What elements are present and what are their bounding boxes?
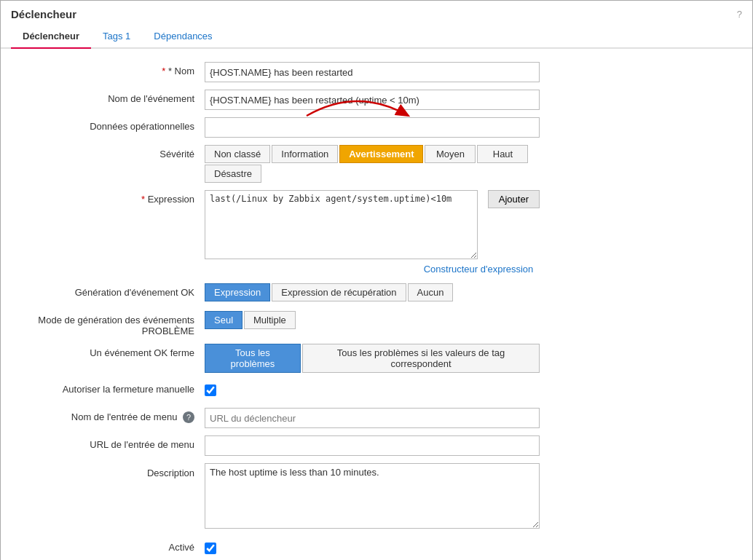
label-description: Description [1,463,205,478]
help-icon[interactable]: ? [737,9,742,20]
titlebar: Déclencheur ? [1,1,752,25]
sev-desastre[interactable]: Désastre [205,165,261,183]
row-nom: * * Nom [1,62,752,82]
label-nom: * * Nom [1,62,205,76]
input-nom-entree[interactable] [205,408,540,428]
severity-group: Non classé Information Avertissement Moy… [205,145,540,183]
sev-haut[interactable]: Haut [477,145,528,163]
row-expression: * Expression last(/Linux by Zabbix agent… [1,190,752,259]
mode-seul[interactable]: Seul [205,311,243,329]
ok-ferme-tag[interactable]: Tous les problèmes si les valeurs de tag… [302,344,540,373]
control-autoriser [205,380,540,401]
sev-moyen[interactable]: Moyen [425,145,476,163]
row-active: Activé [1,538,752,559]
tabs-bar: Déclencheur Tags 1 Dépendances [1,25,752,49]
ok-ferme-group: Tous les problèmes Tous les problèmes si… [205,344,540,373]
tab-tags[interactable]: Tags 1 [91,25,142,49]
control-nom-evenement [205,90,540,110]
tab-declencheur[interactable]: Déclencheur [11,25,91,49]
row-generation-ok: Génération d'événement OK Expression Exp… [1,283,752,304]
checkbox-active[interactable] [205,543,216,554]
main-window: Déclencheur ? Déclencheur Tags 1 Dépenda… [0,0,753,560]
control-nom [205,62,540,82]
textarea-expression[interactable]: last(/Linux by Zabbix agent/system.uptim… [205,190,478,259]
sev-information[interactable]: Information [272,145,338,163]
sev-avertissement[interactable]: Avertissement [339,145,423,163]
label-ok-ferme: Un événement OK ferme [1,344,205,358]
window-title: Déclencheur [11,8,76,20]
label-url-entree: URL de l'entrée de menu [1,435,205,450]
row-nom-evenement: Nom de l'événement [1,90,752,110]
control-nom-entree [205,408,540,428]
label-active: Activé [1,538,205,553]
nom-entree-help-icon[interactable]: ? [183,411,194,423]
sev-non-classe[interactable]: Non classé [205,145,270,163]
row-severite: Sévérité Non classé Information Avertiss… [1,145,752,183]
label-mode-generation: Mode de génération des événements PROBLÈ… [1,311,205,336]
row-mode-generation: Mode de génération des événements PROBLÈ… [1,311,752,336]
label-nom-entree: Nom de l'entrée de menu ? [1,408,205,423]
gen-ok-aucun[interactable]: Aucun [408,283,454,301]
control-url-entree [205,435,540,456]
mode-multiple[interactable]: Multiple [244,311,296,329]
mode-generation-group: Seul Multiple [205,311,540,329]
form-content: * * Nom Nom de l'événement Données opéra… [1,49,752,560]
label-donnees: Données opérationnelles [1,117,205,132]
input-nom-evenement[interactable] [205,90,540,110]
row-autoriser: Autoriser la fermeture manuelle [1,380,752,401]
checkbox-autoriser[interactable] [205,384,216,396]
control-description: The host uptime is less than 10 minutes. [205,463,540,531]
textarea-description[interactable]: The host uptime is less than 10 minutes. [205,463,540,529]
label-autoriser: Autoriser la fermeture manuelle [1,380,205,395]
input-url-entree[interactable] [205,435,540,456]
expression-area: last(/Linux by Zabbix agent/system.uptim… [205,190,540,259]
input-nom[interactable] [205,62,540,82]
row-url-entree: URL de l'entrée de menu [1,435,752,456]
control-active [205,538,540,559]
row-nom-entree: Nom de l'entrée de menu ? [1,408,752,428]
row-constructeur: Constructeur d'expression [1,262,752,276]
label-expression: * Expression [1,190,205,205]
label-severite: Sévérité [1,145,205,159]
gen-ok-expression[interactable]: Expression [205,283,270,301]
row-description: Description The host uptime is less than… [1,463,752,531]
row-ok-ferme: Un événement OK ferme Tous les problèmes… [1,344,752,373]
control-donnees [205,117,540,138]
label-nom-evenement: Nom de l'événement [1,90,205,104]
label-generation-ok: Génération d'événement OK [1,283,205,298]
tab-dependances[interactable]: Dépendances [142,25,224,49]
gen-ok-recuperation[interactable]: Expression de récupération [272,283,406,301]
constructeur-link[interactable]: Constructeur d'expression [424,262,534,276]
row-donnees: Données opérationnelles [1,117,752,138]
ok-ferme-tous[interactable]: Tous les problèmes [205,344,301,373]
input-donnees[interactable] [205,117,540,138]
generation-ok-group: Expression Expression de récupération Au… [205,283,540,301]
ajouter-button[interactable]: Ajouter [488,190,540,208]
